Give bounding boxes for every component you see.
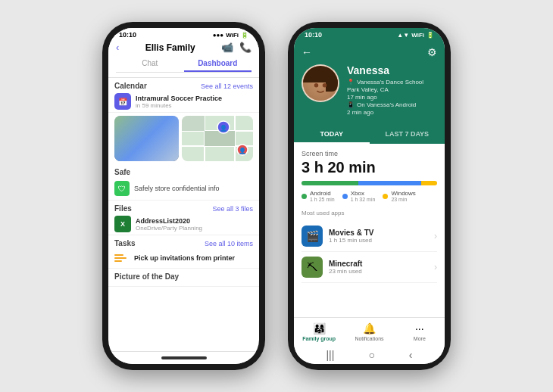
photos-box[interactable]: Photos (114, 116, 179, 161)
profile-section: Vanessa 📍 Vanessa's Dance School Park Va… (301, 64, 437, 117)
shield-icon: 🛡 (114, 181, 130, 196)
safe-text: Safely store confidential info (134, 185, 220, 192)
location-icon: 📍 (347, 79, 355, 86)
picture-of-day-section: Picture of the Day (108, 269, 259, 287)
svg-rect-6 (205, 131, 235, 146)
android-content: Screen time 3 h 20 min Android 1 h 25 mi… (294, 144, 445, 317)
movies-name: Movies & TV (329, 229, 428, 237)
movies-info: Movies & TV 1 h 15 min used (329, 229, 428, 244)
android-back-nav-btn[interactable]: ‹ (409, 349, 413, 361)
app-item-minecraft[interactable]: ⛏ Minecraft 23 min used › (301, 252, 437, 283)
android-top-section: ← ⚙ Vanessa � (294, 40, 445, 126)
minecraft-name: Minecraft (329, 260, 428, 268)
xbox-dot (342, 194, 348, 199)
profile-device-time: 2 min ago (347, 109, 423, 116)
android-status-icons: ▲▼ WiFi 🔋 (397, 32, 434, 39)
calendar-item: 📅 Intramural Soccer Practice in 59 minut… (114, 93, 253, 110)
family-group-icon: 👨‍👩‍👧 (313, 322, 326, 334)
file-item[interactable]: X AddressList2020 OneDrive/Party Plannin… (114, 216, 253, 232)
android-nav: ← ⚙ (301, 46, 437, 58)
tasks-section: Tasks See all 10 items Pick up invitatio… (108, 235, 259, 269)
profile-school: 📍 Vanessa's Dance School (347, 79, 423, 86)
legend-android-label: Android (310, 190, 335, 197)
svg-point-11 (314, 83, 319, 88)
usage-bar (301, 181, 437, 185)
profile-name: Vanessa (347, 64, 423, 76)
excel-icon: X (114, 216, 131, 232)
ios-header: ‹ Ellis Family 📹 📞 Chat Dashboard (108, 40, 259, 78)
movies-chevron: › (434, 231, 437, 241)
files-title: Files (114, 204, 132, 213)
nav-notifications-label: Notifications (355, 336, 383, 341)
minecraft-time: 23 min used (329, 268, 428, 275)
legend-xbox-label: Xbox (351, 190, 376, 197)
app-item-movies[interactable]: 🎬 Movies & TV 1 h 15 min used › (301, 221, 437, 252)
minecraft-icon: ⛏ (301, 257, 323, 278)
dashboard-content: Calendar See all 12 events 📅 Intramural … (108, 78, 259, 351)
file-name: AddressList2020 (136, 217, 202, 225)
calendar-icon: 📅 (114, 93, 131, 110)
safe-title: Safe (114, 168, 130, 176)
ios-title: Ellis Family (119, 42, 221, 53)
ios-time: 10:10 (119, 31, 136, 39)
android-tabs: TODAY LAST 7 DAYS (294, 126, 445, 144)
movies-icon: 🎬 (301, 226, 323, 247)
ios-status-icons: ●●● WiFi 🔋 (213, 32, 248, 39)
pod-title: Picture of the Day (114, 272, 179, 281)
android-system-nav: ||| ○ ‹ (294, 346, 445, 364)
legend-windows-time: 23 min (391, 197, 415, 202)
files-link[interactable]: See all 3 files (212, 205, 253, 213)
notifications-icon: 🔔 (363, 322, 376, 334)
video-icon[interactable]: 📹 (221, 42, 233, 53)
tab-last7days[interactable]: LAST 7 DAYS (370, 126, 445, 144)
android-menu-btn[interactable]: ||| (326, 349, 334, 361)
task-text: Pick up invitations from printer (134, 254, 235, 262)
profile-info: Vanessa 📍 Vanessa's Dance School Park Va… (347, 64, 423, 117)
legend-windows-label: Windows (391, 190, 415, 197)
android-bottom-nav: 👨‍👩‍👧 Family group 🔔 Notifications ··· M… (294, 317, 445, 346)
safe-item[interactable]: 🛡 Safely store confidential info (114, 179, 253, 198)
left-phone: 10:10 ●●● WiFi 🔋 ‹ Ellis Family 📹 📞 Chat… (102, 22, 265, 370)
xbox-segment (358, 181, 420, 185)
android-dot (301, 194, 307, 199)
profile-location: Park Valley, CA (347, 86, 423, 93)
windows-dot (383, 194, 388, 199)
task-icon (114, 250, 130, 266)
file-path: OneDrive/Party Planning (136, 225, 202, 232)
android-time: 10:10 (305, 31, 322, 39)
tasks-link[interactable]: See all 10 items (205, 240, 253, 247)
ios-action-icons: 📹 📞 (221, 42, 252, 53)
map-box[interactable]: 👤 👤 (182, 116, 253, 161)
safe-section: Safe 🛡 Safely store confidential info (108, 164, 259, 201)
legend-android: Android 1 h 25 min (301, 190, 335, 202)
files-section: Files See all 3 files X AddressList2020 … (108, 201, 259, 235)
svg-text:👤: 👤 (239, 147, 246, 154)
nav-family-group[interactable]: 👨‍👩‍👧 Family group (294, 321, 344, 343)
tab-today[interactable]: TODAY (294, 126, 370, 144)
movies-time: 1 h 15 min used (329, 237, 428, 244)
android-segment (301, 181, 358, 185)
minecraft-chevron: › (434, 262, 437, 272)
nav-notifications[interactable]: 🔔 Notifications (344, 321, 394, 343)
phone-icon[interactable]: 📞 (239, 42, 252, 53)
android-back-button[interactable]: ← (301, 46, 312, 58)
calendar-link[interactable]: See all 12 events (201, 82, 253, 90)
nav-more-label: More (414, 336, 426, 341)
task-item[interactable]: Pick up invitations from printer (114, 250, 253, 266)
calendar-title: Calendar (114, 82, 147, 90)
ios-tabs: Chat Dashboard (116, 56, 252, 73)
settings-icon[interactable]: ⚙ (427, 46, 437, 58)
tab-chat[interactable]: Chat (116, 56, 184, 72)
minecraft-info: Minecraft 23 min used (329, 260, 428, 275)
svg-rect-5 (182, 116, 205, 131)
media-row: Photos 👤 👤 (108, 113, 259, 164)
tasks-title: Tasks (114, 239, 136, 247)
event-time: in 59 minutes (136, 102, 222, 109)
ios-bottom-bar (108, 351, 259, 364)
legend-xbox-time: 1 h 32 min (351, 197, 376, 202)
nav-more[interactable]: ··· More (395, 321, 445, 343)
legend-windows: Windows 23 min (383, 190, 415, 202)
android-home-btn[interactable]: ○ (368, 349, 374, 361)
tab-dashboard[interactable]: Dashboard (184, 56, 252, 72)
usage-legend: Android 1 h 25 min Xbox 1 h 32 min Windo… (301, 190, 437, 202)
